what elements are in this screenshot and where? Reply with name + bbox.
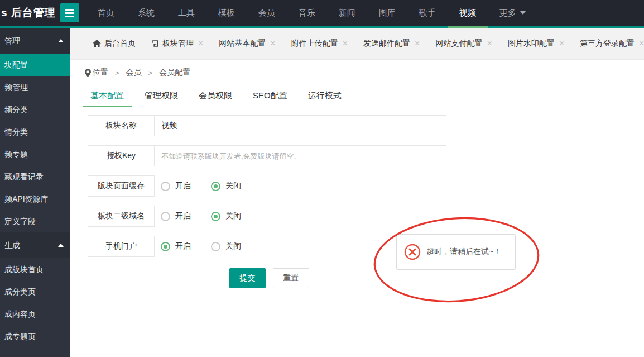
- close-icon[interactable]: ×: [639, 39, 644, 48]
- sidebar-item-partial[interactable]: [0, 348, 70, 357]
- sidebar-item-video-special[interactable]: 频专题: [0, 143, 70, 165]
- top-nav: 首页 系统 工具 模板 会员 音乐 新闻 图库 歌手 视频 更多: [86, 0, 537, 26]
- sidebar-item-gen-content[interactable]: 成内容页: [0, 303, 70, 325]
- tab-send-mail-config[interactable]: 发送邮件配置 ×: [355, 28, 427, 59]
- reset-button[interactable]: 重置: [273, 268, 309, 288]
- nav-item-system[interactable]: 系统: [126, 0, 166, 26]
- top-navbar: s 后台管理 首页 系统 工具 模板 会员 音乐 新闻 图库 歌手 视频 更多: [0, 0, 644, 28]
- radio-circle-icon: [211, 212, 220, 221]
- radio-mobile-portal-off[interactable]: 关闭: [211, 241, 241, 251]
- tab-site-basic-config[interactable]: 网站基本配置 ×: [211, 28, 283, 59]
- breadcrumb-item-member-config: 会员配置: [159, 68, 190, 78]
- close-icon[interactable]: ×: [559, 39, 564, 48]
- sidebar-section-manage[interactable]: 管理: [0, 28, 70, 54]
- nav-item-homepage[interactable]: 首页: [86, 0, 126, 26]
- tab-third-party-login-config[interactable]: 第三方登录配置 ×: [572, 28, 644, 59]
- tab-watermark-config[interactable]: 图片水印配置 ×: [500, 28, 572, 59]
- sidebar-item-gen-block-home[interactable]: 成版块首页: [0, 258, 70, 280]
- block-name-input[interactable]: [154, 115, 446, 136]
- chevron-down-icon: [520, 11, 526, 15]
- field-label: 板块名称: [88, 115, 155, 136]
- close-icon[interactable]: ×: [487, 39, 492, 48]
- sidebar: 管理 块配置 频管理 频分类 情分类 频专题 藏观看记录 频API资源库 定义字…: [0, 28, 70, 357]
- sidebar-item-gen-special[interactable]: 成专题页: [0, 325, 70, 348]
- breadcrumb-separator: >: [115, 69, 119, 77]
- content-tabs: 基本配置 管理权限 会员权限 SEO配置 运行模式: [70, 84, 644, 107]
- close-icon[interactable]: ×: [270, 39, 275, 48]
- nav-item-news[interactable]: 新闻: [327, 0, 367, 26]
- nav-item-video[interactable]: 视频: [448, 0, 488, 26]
- tab-attachment-upload-config[interactable]: 附件上传配置 ×: [283, 28, 355, 59]
- sidebar-item-plot-category[interactable]: 情分类: [0, 121, 70, 143]
- tab-seo-config[interactable]: SEO配置: [245, 84, 295, 107]
- field-label: 手机门户: [88, 236, 155, 257]
- nav-item-singer[interactable]: 歌手: [407, 0, 448, 26]
- form-buttons: 提交 重置: [229, 268, 644, 288]
- sidebar-item-gen-category[interactable]: 成分类页: [0, 280, 70, 303]
- nav-item-more[interactable]: 更多: [488, 0, 537, 26]
- brand-title: s 后台管理: [1, 6, 56, 20]
- config-form: 板块名称 授权Key 版块页面缓存 开启 关闭: [88, 115, 644, 288]
- sidebar-item-video-manage[interactable]: 频管理: [0, 76, 70, 98]
- radio-subdomain-off[interactable]: 关闭: [211, 211, 241, 221]
- close-icon[interactable]: ×: [415, 39, 420, 48]
- field-label: 授权Key: [88, 145, 155, 166]
- radio-subdomain-on[interactable]: 开启: [161, 211, 191, 221]
- toast-message-box: 超时，请稍后在试~！: [396, 234, 516, 270]
- radio-circle-icon: [161, 212, 170, 221]
- sidebar-item-block-config[interactable]: 块配置: [0, 54, 70, 76]
- radio-group-mobile-portal: 开启 关闭: [161, 236, 241, 257]
- nav-item-member[interactable]: 会员: [247, 0, 287, 26]
- app-root: s 后台管理 首页 系统 工具 模板 会员 音乐 新闻 图库 歌手 视频 更多 …: [0, 0, 644, 357]
- radio-group-subdomain: 开启 关闭: [161, 206, 241, 227]
- collapse-arrow-icon: [58, 39, 64, 42]
- sidebar-toggle-button[interactable]: [60, 3, 79, 22]
- breadcrumb-item-member[interactable]: 会员: [126, 68, 142, 78]
- tab-admin-permission[interactable]: 管理权限: [137, 84, 186, 107]
- toast-message-text: 超时，请稍后在试~！: [426, 247, 501, 257]
- sidebar-section-generate[interactable]: 生成: [0, 232, 70, 258]
- auth-key-input[interactable]: [154, 145, 446, 166]
- tab-bar: 后台首页 板块管理 × 网站基本配置 × 附件上传配置 × 发送邮件配置 ×: [70, 28, 644, 60]
- close-icon[interactable]: ×: [343, 39, 348, 48]
- radio-circle-icon: [161, 182, 170, 191]
- form-row-auth-key: 授权Key: [88, 145, 644, 166]
- tab-basic-config[interactable]: 基本配置: [83, 84, 132, 107]
- radio-circle-icon: [211, 182, 220, 191]
- breadcrumb-separator: >: [148, 69, 153, 77]
- radio-group-page-cache: 开启 关闭: [161, 175, 241, 197]
- tab-member-permission[interactable]: 会员权限: [191, 84, 240, 107]
- nav-item-tools[interactable]: 工具: [166, 0, 206, 26]
- sidebar-item-api-library[interactable]: 频API资源库: [0, 188, 70, 210]
- refresh-icon: [151, 40, 159, 47]
- sidebar-item-custom-fields[interactable]: 定义字段: [0, 210, 70, 232]
- form-row-block-name: 板块名称: [88, 115, 644, 136]
- submit-button[interactable]: 提交: [229, 268, 266, 288]
- nav-item-music[interactable]: 音乐: [287, 0, 327, 26]
- field-label: 版块页面缓存: [88, 175, 155, 197]
- radio-page-cache-on[interactable]: 开启: [161, 181, 191, 191]
- tab-block-manage[interactable]: 板块管理 ×: [143, 28, 211, 59]
- tab-admin-home[interactable]: 后台首页: [85, 28, 143, 59]
- radio-page-cache-off[interactable]: 关闭: [211, 181, 241, 191]
- close-icon[interactable]: ×: [198, 39, 203, 48]
- nav-item-gallery[interactable]: 图库: [367, 0, 407, 26]
- tab-site-pay-config[interactable]: 网站支付配置 ×: [427, 28, 499, 59]
- tab-run-mode[interactable]: 运行模式: [300, 84, 349, 107]
- breadcrumb-prefix: 位置: [93, 68, 108, 78]
- field-label: 板块二级域名: [88, 206, 155, 227]
- form-row-page-cache: 版块页面缓存 开启 关闭: [88, 175, 644, 197]
- hamburger-icon: [65, 9, 74, 17]
- main-content: 后台首页 板块管理 × 网站基本配置 × 附件上传配置 × 发送邮件配置 ×: [70, 28, 644, 357]
- location-pin-icon: [85, 69, 91, 77]
- collapse-arrow-icon: [58, 244, 64, 247]
- sidebar-item-watch-history[interactable]: 藏观看记录: [0, 165, 70, 188]
- nav-item-template[interactable]: 模板: [206, 0, 247, 26]
- form-row-mobile-portal: 手机门户 开启 关闭: [88, 236, 644, 257]
- breadcrumb: 位置 > 会员 > 会员配置: [85, 68, 644, 78]
- form-row-subdomain: 板块二级域名 开启 关闭: [88, 206, 644, 227]
- home-icon: [93, 40, 101, 47]
- radio-circle-icon: [211, 242, 220, 251]
- radio-mobile-portal-on[interactable]: 开启: [161, 241, 191, 251]
- sidebar-item-video-category[interactable]: 频分类: [0, 98, 70, 121]
